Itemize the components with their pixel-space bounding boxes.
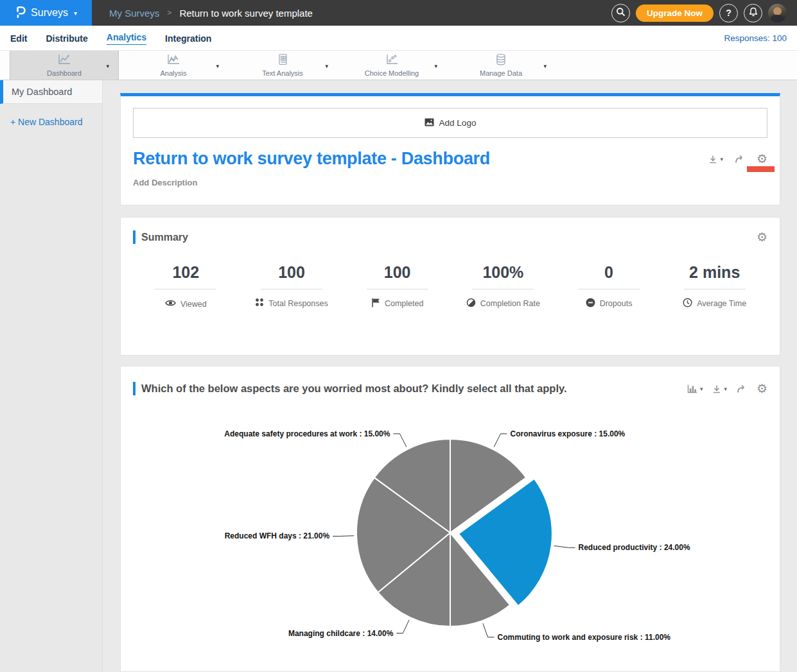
toolbar-tab-analysis[interactable]: Analysis ▾ bbox=[119, 51, 228, 80]
toolbar-tab-label: Text Analysis bbox=[262, 69, 303, 77]
summary-title: Summary bbox=[141, 232, 188, 243]
section-accent-bar bbox=[133, 230, 136, 244]
product-switcher[interactable]: Surveys ▾ bbox=[0, 0, 92, 26]
stat-value: 100 bbox=[344, 263, 450, 282]
product-name: Surveys bbox=[31, 7, 68, 19]
pie-leader-line bbox=[494, 434, 507, 447]
pie-slice-label: Adequate safety procedures at work : 15.… bbox=[224, 429, 390, 438]
stat-value: 102 bbox=[133, 263, 239, 282]
responses-count[interactable]: Responses: 100 bbox=[724, 33, 787, 43]
pie-slice-label: Managing childcare : 14.00% bbox=[288, 629, 394, 638]
sidebar-item-label: My Dashboard bbox=[12, 87, 72, 97]
pie-slice-label: Commuting to work and exposure risk : 11… bbox=[498, 633, 671, 642]
toolbar-tab-dashboard[interactable]: Dashboard ▾ bbox=[10, 51, 119, 80]
stat-value: 0 bbox=[556, 263, 662, 282]
flag-icon bbox=[371, 298, 380, 309]
chevron-down-icon: ▾ bbox=[724, 386, 727, 392]
sidebar-item-my-dashboard[interactable]: My Dashboard bbox=[0, 80, 102, 104]
chevron-down-icon[interactable]: ▾ bbox=[434, 62, 437, 69]
stat-value: 2 mins bbox=[661, 263, 767, 282]
survey-menu-bar: Edit Distribute Analytics Integration Re… bbox=[0, 26, 797, 50]
tab-analytics[interactable]: Analytics bbox=[107, 31, 146, 45]
gear-icon: ⚙ bbox=[757, 231, 767, 243]
download-icon bbox=[712, 384, 722, 394]
stat-completed: 100 Completed bbox=[344, 263, 450, 310]
pie-slice-label: Coronavirus exposure : 15.00% bbox=[511, 429, 626, 438]
summary-settings-button[interactable]: ⚙ bbox=[757, 231, 767, 243]
pie-chart: Coronavirus exposure : 15.00%Reduced pro… bbox=[133, 412, 767, 666]
share-chart-button[interactable] bbox=[736, 384, 748, 393]
stat-completion-rate: 100% Completion Rate bbox=[450, 263, 556, 310]
text-grid-icon bbox=[275, 53, 290, 69]
dashboard-settings-button[interactable]: ⚙ bbox=[757, 153, 767, 165]
dashboard-header-card: Add Logo Return to work survey template … bbox=[120, 93, 780, 205]
toolbar-tab-label: Choice Modelling bbox=[365, 69, 419, 77]
bar-chart-icon bbox=[687, 384, 698, 394]
chart-settings-button[interactable]: ⚙ bbox=[757, 383, 767, 395]
toolbar-tab-label: Manage Data bbox=[480, 69, 522, 77]
stat-dropouts: 0 Dropouts bbox=[556, 263, 662, 310]
add-description-button[interactable]: Add Description bbox=[133, 178, 767, 187]
dashboard-main: Add Logo Return to work survey template … bbox=[103, 80, 797, 672]
chevron-down-icon[interactable]: ▾ bbox=[106, 62, 109, 69]
stat-label: Completion Rate bbox=[480, 299, 540, 308]
stat-label: Viewed bbox=[180, 300, 207, 309]
search-button[interactable] bbox=[611, 4, 630, 22]
share-dashboard-button[interactable] bbox=[734, 154, 746, 164]
notifications-button[interactable] bbox=[744, 4, 762, 22]
summary-card: Summary ⚙ 102 bbox=[120, 217, 780, 356]
search-icon bbox=[616, 7, 626, 19]
dashboard-title[interactable]: Return to work survey template - Dashboa… bbox=[133, 149, 490, 169]
stat-value: 100% bbox=[450, 263, 556, 282]
breadcrumb-separator: > bbox=[167, 8, 171, 17]
stat-label: Completed bbox=[385, 299, 423, 308]
pie-slice-label: Reduced productivity : 24.00% bbox=[579, 543, 690, 552]
tab-edit[interactable]: Edit bbox=[10, 32, 27, 44]
toolbar-tab-text-analysis[interactable]: Text Analysis ▾ bbox=[228, 51, 337, 80]
dots-grid-icon bbox=[255, 298, 264, 309]
new-dashboard-button[interactable]: + New Dashboard bbox=[10, 117, 102, 127]
toolbar-tab-choice-modelling[interactable]: Choice Modelling ▾ bbox=[337, 51, 446, 80]
breadcrumb-my-surveys[interactable]: My Surveys bbox=[109, 8, 159, 19]
stat-total-responses: 100 Total Responses bbox=[239, 263, 345, 310]
help-button[interactable]: ? bbox=[719, 4, 738, 22]
pie-leader-line bbox=[483, 623, 495, 637]
chevron-down-icon: ▾ bbox=[720, 156, 723, 162]
gear-icon: ⚙ bbox=[757, 153, 767, 165]
tab-integration[interactable]: Integration bbox=[165, 32, 211, 44]
stat-label: Dropouts bbox=[600, 299, 633, 308]
chart-type-button[interactable]: ▾ bbox=[687, 384, 703, 394]
upgrade-now-button[interactable]: Upgrade Now bbox=[636, 4, 714, 22]
stat-average-time: 2 mins Average Time bbox=[661, 263, 767, 310]
dashboard-sidebar: My Dashboard + New Dashboard bbox=[0, 80, 103, 672]
download-icon bbox=[708, 154, 718, 164]
section-accent-bar bbox=[133, 382, 136, 395]
question-title: Which of the below aspects are you worri… bbox=[141, 383, 567, 395]
pie-leader-line bbox=[333, 536, 354, 537]
download-dashboard-button[interactable]: ▾ bbox=[708, 154, 723, 164]
highlight-marker bbox=[747, 166, 775, 172]
tab-distribute[interactable]: Distribute bbox=[46, 32, 87, 44]
question-mark-icon: ? bbox=[726, 8, 731, 18]
database-icon bbox=[493, 53, 509, 69]
chevron-down-icon[interactable]: ▾ bbox=[325, 62, 328, 69]
line-chart-icon bbox=[57, 53, 72, 69]
toolbar-tab-label: Dashboard bbox=[47, 69, 82, 77]
stat-viewed: 102 Viewed bbox=[133, 263, 239, 310]
chevron-down-icon[interactable]: ▾ bbox=[216, 62, 219, 69]
avatar-face bbox=[773, 7, 782, 15]
chevron-down-icon[interactable]: ▾ bbox=[543, 62, 547, 69]
scatter-chart-icon bbox=[384, 53, 399, 69]
chevron-down-icon: ▾ bbox=[700, 386, 703, 392]
stat-value: 100 bbox=[239, 263, 345, 282]
top-navbar: Surveys ▾ My Surveys > Return to work su… bbox=[0, 0, 797, 26]
user-avatar[interactable] bbox=[768, 4, 787, 22]
pie-leader-line bbox=[396, 620, 409, 633]
contrast-circle-icon bbox=[466, 298, 476, 309]
add-logo-dropzone[interactable]: Add Logo bbox=[133, 108, 767, 138]
toolbar-tab-manage-data[interactable]: Manage Data ▾ bbox=[446, 51, 556, 80]
summary-stats: 102 Viewed 100 bbox=[133, 263, 767, 310]
download-chart-button[interactable]: ▾ bbox=[712, 384, 727, 394]
toolbar-tab-label: Analysis bbox=[161, 69, 187, 77]
gear-icon: ⚙ bbox=[757, 383, 767, 395]
